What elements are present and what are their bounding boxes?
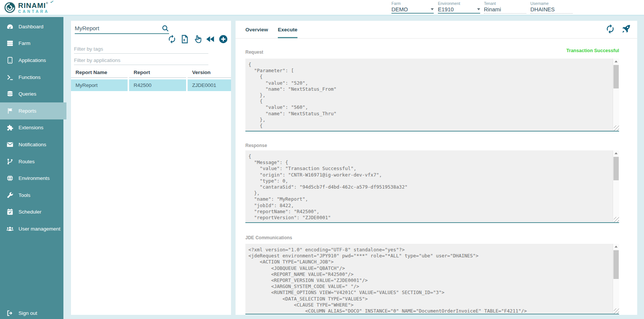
brand-title: RINAMI [18, 2, 46, 9]
registered-mark: ® [46, 2, 48, 5]
response-json: { "Message": { "value": "Transaction Suc… [245, 150, 613, 221]
jde-communications-textarea[interactable]: <?xml version="1.0" encoding="UTF-8" sta… [245, 244, 619, 314]
tablet-icon [6, 57, 14, 64]
scroll-up-icon[interactable] [613, 150, 619, 156]
environment-value: E1910 [438, 6, 454, 12]
sign-out-button[interactable]: Sign out [0, 307, 63, 319]
launch-report-button[interactable] [621, 24, 631, 34]
tenant-field: Tenant Rinami [484, 1, 526, 14]
username-field: Username DHAINES [530, 1, 573, 14]
filter-by-applications-field [74, 54, 208, 65]
resize-grip-icon[interactable] [614, 308, 619, 314]
sidebar-item-tools[interactable]: Tools [0, 187, 63, 204]
sidebar-item-functions[interactable]: Functions [0, 69, 63, 86]
sidebar-item-queries[interactable]: Queries [0, 85, 63, 102]
search-icon[interactable] [162, 25, 169, 32]
table-header-row: Report Name Report Version [71, 67, 231, 78]
table-row-selected[interactable]: MyReport R42500 ZJDE0001 [71, 79, 231, 91]
refresh-icon [605, 24, 615, 34]
sidebar-item-dashboard[interactable]: Dashboard [0, 18, 63, 35]
tab-execute[interactable]: Execute [278, 21, 297, 38]
chevron-down-icon [477, 8, 480, 10]
column-header-report: Report [129, 67, 186, 78]
refresh-execution-button[interactable] [605, 24, 615, 34]
sidebar-item-reports[interactable]: Reports [0, 102, 66, 119]
request-json: { "Parameter": [ { "value": "520", "name… [245, 59, 613, 130]
request-label: Request [245, 50, 263, 55]
sidebar-item-routes[interactable]: Routes [0, 153, 63, 170]
puzzle-icon [6, 124, 14, 131]
username-label: Username [530, 1, 573, 6]
report-search-field [75, 23, 169, 34]
response-textarea[interactable]: { "Message": { "value": "Transaction Suc… [245, 150, 619, 223]
column-header-version: Version [188, 67, 231, 78]
column-header-report-name: Report Name [71, 67, 128, 78]
dashboard-icon [6, 23, 14, 30]
farm-select[interactable]: Farm DEMO [391, 1, 434, 14]
environment-select[interactable]: Environment E1910 [438, 1, 480, 14]
sidebar-item-applications[interactable]: Applications [0, 52, 63, 69]
username-value: DHAINES [530, 6, 555, 12]
filter-by-tags-field [74, 42, 208, 54]
sidebar-item-scheduler[interactable]: Scheduler [0, 204, 63, 221]
tenant-label: Tenant [484, 1, 526, 6]
jde-communications-label: JDE Communications [245, 235, 292, 240]
users-icon [6, 225, 14, 232]
scroll-up-icon[interactable] [613, 244, 619, 249]
add-report-button[interactable] [219, 34, 228, 44]
transaction-status-badge: Transaction Successful [566, 48, 619, 53]
reports-list-panel: Report Name Report Version MyReport R425… [71, 21, 231, 315]
response-scrollbar[interactable] [613, 150, 619, 221]
brand-logo: RINAMI® ✓ CANTARA [4, 2, 49, 14]
jde-scrollbar[interactable] [613, 244, 619, 313]
brand-subtitle: CANTARA [18, 9, 49, 14]
globe-icon [6, 175, 14, 182]
filter-applications-input[interactable] [74, 57, 208, 63]
tab-overview[interactable]: Overview [245, 21, 268, 38]
app-root: { "colors": { "brand_teal": "#4A8C95", "… [0, 0, 644, 319]
sidebar-item-environments[interactable]: Environments [0, 170, 63, 187]
chevron-down-icon [431, 8, 434, 10]
scrollbar-thumb[interactable] [613, 65, 619, 88]
brand-check-icon: ✓ [50, 0, 54, 4]
sidebar-item-extensions[interactable]: Extensions [0, 119, 63, 136]
execute-actions [605, 24, 631, 34]
cell-report-name: MyReport [71, 79, 128, 91]
sidebar-item-user-management[interactable]: User management [0, 220, 63, 237]
resize-grip-icon[interactable] [614, 125, 619, 131]
calendar-check-icon [6, 208, 14, 215]
rinami-swirl-icon [4, 2, 16, 14]
reports-table: Report Name Report Version MyReport R425… [71, 67, 231, 91]
farm-value: DEMO [391, 6, 408, 12]
detail-tabs: Overview Execute [236, 21, 637, 39]
report-search-input[interactable] [75, 25, 162, 31]
add-circle-icon [219, 34, 228, 44]
launch-rocket-icon [621, 24, 631, 34]
tenant-value: Rinami [484, 6, 501, 12]
sign-out-icon [6, 310, 14, 317]
top-header: RINAMI® ✓ CANTARA Farm DEMO Environment … [0, 0, 644, 16]
resize-grip-icon[interactable] [614, 217, 619, 222]
scrollbar-thumb[interactable] [613, 157, 619, 180]
response-label: Response [245, 143, 267, 148]
cell-version: ZJDE0001 [188, 79, 231, 91]
scroll-up-icon[interactable] [613, 59, 619, 64]
cell-report: R42500 [129, 79, 186, 91]
scrollbar-thumb[interactable] [613, 250, 619, 279]
sidebar-nav: Dashboard Farm Applications Functions Qu… [0, 17, 63, 319]
report-detail-panel: Overview Execute Request Transaction Suc… [236, 21, 637, 315]
server-icon [6, 40, 14, 47]
branch-icon [6, 158, 14, 165]
jde-xml: <?xml version="1.0" encoding="UTF-8" sta… [245, 244, 613, 313]
sidebar-item-notifications[interactable]: Notifications [0, 136, 63, 153]
environment-label: Environment [438, 1, 480, 6]
envelope-icon [6, 141, 14, 148]
wrench-icon [6, 192, 14, 199]
filter-tags-input[interactable] [74, 46, 208, 52]
flag-icon [6, 107, 14, 115]
request-textarea[interactable]: { "Parameter": [ { "value": "520", "name… [245, 59, 619, 132]
farm-label: Farm [391, 1, 434, 6]
request-scrollbar[interactable] [613, 59, 619, 130]
terminal-icon [6, 74, 14, 81]
sidebar-item-farm[interactable]: Farm [0, 35, 63, 52]
